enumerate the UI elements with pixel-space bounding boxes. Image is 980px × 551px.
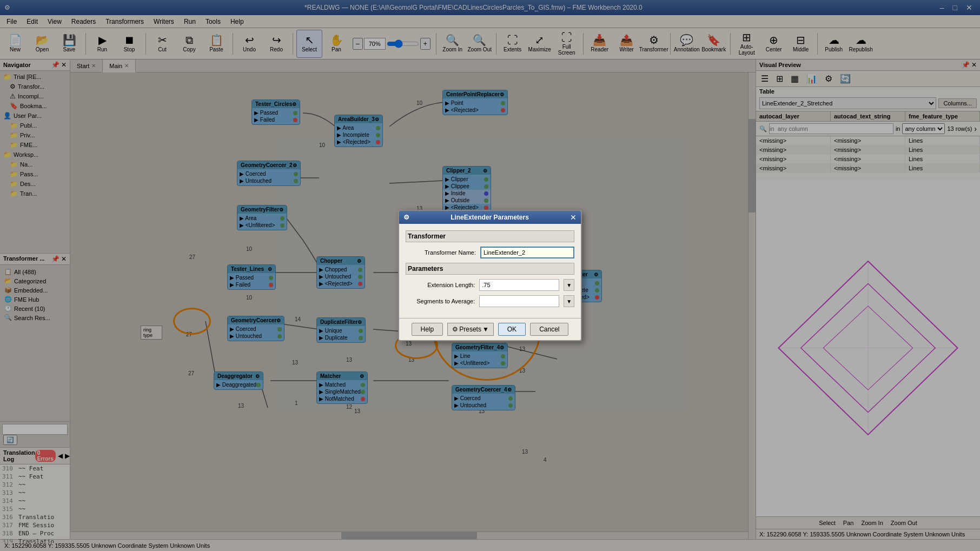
- dialog-presets-button[interactable]: ⚙ Presets ▼: [447, 323, 494, 336]
- dialog-transformer-name-input[interactable]: [480, 247, 574, 258]
- dialog-buttons: Help ⚙ Presets ▼ OK Cancel: [399, 318, 581, 340]
- dialog-cancel-button[interactable]: Cancel: [530, 323, 568, 336]
- dialog-ext-length-dropdown[interactable]: ▼: [564, 279, 574, 291]
- dialog-ok-button[interactable]: OK: [498, 323, 526, 336]
- dialog-content: Transformer Transformer Name: Parameters…: [399, 224, 581, 318]
- dialog-transformer-section: Transformer: [406, 230, 574, 242]
- dialog-ext-length-input[interactable]: [479, 279, 559, 291]
- presets-arrow: ▼: [482, 326, 489, 333]
- dialog-ext-length-label: Extension Length:: [406, 282, 475, 288]
- dialog-title-bar: ⚙ LineExtender Parameters ✕: [399, 211, 581, 224]
- lineextender-dialog: ⚙ LineExtender Parameters ✕ Transformer …: [398, 210, 582, 341]
- dialog-help-button[interactable]: Help: [412, 323, 443, 336]
- presets-icon: ⚙: [452, 326, 458, 333]
- dialog-icon: ⚙: [403, 214, 409, 221]
- dialog-segments-dropdown[interactable]: ▼: [564, 295, 574, 307]
- dialog-transformer-name-row: Transformer Name:: [406, 247, 574, 258]
- presets-label: Presets: [459, 326, 481, 333]
- dialog-parameters-section: Parameters: [406, 263, 574, 275]
- dialog-ext-length-row: Extension Length: ▼: [406, 279, 574, 291]
- dialog-segments-input[interactable]: [479, 295, 559, 307]
- dialog-transformer-name-label: Transformer Name:: [406, 249, 476, 256]
- dialog-segments-row: Segments to Average: ▼: [406, 295, 574, 307]
- dialog-segments-label: Segments to Average:: [406, 298, 475, 304]
- dialog-title: LineExtender Parameters: [451, 214, 529, 221]
- dialog-overlay[interactable]: ⚙ LineExtender Parameters ✕ Transformer …: [0, 0, 980, 551]
- dialog-close-button[interactable]: ✕: [570, 213, 577, 222]
